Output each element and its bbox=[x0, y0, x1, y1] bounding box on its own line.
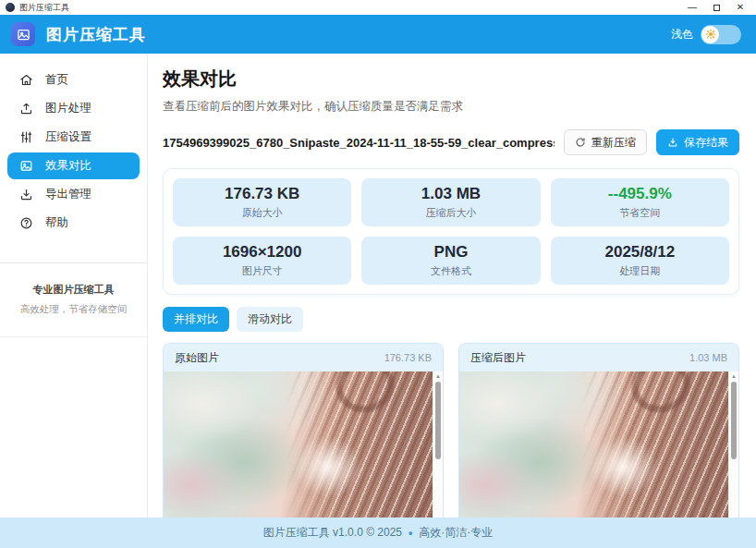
save-icon bbox=[667, 137, 678, 148]
recompress-label: 重新压缩 bbox=[591, 135, 636, 151]
maximize-icon bbox=[713, 5, 720, 11]
sidebar-item-label: 图片处理 bbox=[45, 101, 91, 116]
theme-toggle[interactable] bbox=[701, 25, 741, 44]
stat-dimensions: 1696×1200 图片尺寸 bbox=[173, 237, 351, 285]
panel-header: 压缩后图片 1.03 MB bbox=[459, 344, 738, 371]
compressed-image-view: ▲ bbox=[459, 371, 738, 518]
scroll-up-icon[interactable]: ▲ bbox=[433, 373, 443, 379]
original-image-view: ▲ bbox=[164, 371, 443, 518]
stat-original-size: 176.73 KB 原始大小 bbox=[173, 178, 351, 226]
sidebar-item-label: 导出管理 bbox=[45, 187, 91, 202]
sidebar-item-label: 首页 bbox=[45, 72, 68, 88]
sun-icon bbox=[701, 26, 719, 43]
sidebar-item-help[interactable]: 帮助 bbox=[7, 210, 140, 237]
sidebar-item-compression-settings[interactable]: 压缩设置 bbox=[7, 124, 140, 151]
home-icon bbox=[19, 73, 33, 87]
upload-icon bbox=[19, 102, 33, 116]
scroll-up-icon[interactable]: ▲ bbox=[729, 373, 738, 379]
save-result-button[interactable]: 保存结果 bbox=[656, 129, 739, 155]
stat-process-date: 2025/8/12 处理日期 bbox=[551, 237, 729, 285]
footer-bullet: • bbox=[408, 527, 412, 540]
footer-slogan: 高效·简洁·专业 bbox=[419, 525, 493, 541]
scrollbar-thumb[interactable] bbox=[435, 382, 441, 459]
sidebar-item-label: 帮助 bbox=[45, 215, 68, 231]
stat-value: 1.03 MB bbox=[421, 185, 481, 203]
page-title: 效果对比 bbox=[163, 67, 739, 91]
stat-value: 176.73 KB bbox=[225, 185, 299, 203]
stat-label: 节省空间 bbox=[619, 206, 660, 220]
panel-header: 原始图片 176.73 KB bbox=[164, 344, 443, 371]
stat-value: PNG bbox=[434, 243, 469, 262]
yarn-highlight bbox=[578, 427, 669, 507]
sidebar: 首页 图片处理 压缩设置 效果对比 导出管理 帮助 专业图片压缩工具 高效处理，… bbox=[0, 54, 148, 518]
sidebar-item-image-processing[interactable]: 图片处理 bbox=[7, 95, 140, 122]
recompress-button[interactable]: 重新压缩 bbox=[564, 129, 647, 155]
stat-label: 原始大小 bbox=[242, 206, 283, 220]
save-result-label: 保存结果 bbox=[684, 135, 728, 151]
tab-side-by-side[interactable]: 并排对比 bbox=[163, 307, 229, 332]
sidebar-item-label: 效果对比 bbox=[45, 158, 91, 174]
footer-version: 图片压缩工具 v1.0.0 © 2025 bbox=[263, 525, 402, 541]
page-subtitle: 查看压缩前后的图片效果对比，确认压缩质量是否满足需求 bbox=[163, 99, 739, 115]
refresh-icon bbox=[575, 137, 586, 148]
sliders-icon bbox=[19, 130, 33, 144]
sidebar-item-export-management[interactable]: 导出管理 bbox=[7, 181, 140, 208]
compare-mode-tabs: 并排对比 滑动对比 bbox=[163, 307, 739, 332]
app-title: 图片压缩工具 bbox=[46, 24, 146, 45]
compressed-image-panel: 压缩后图片 1.03 MB ▲ bbox=[458, 343, 739, 518]
stat-label: 压缩后大小 bbox=[425, 206, 476, 220]
image-icon bbox=[17, 28, 30, 42]
sidebar-item-home[interactable]: 首页 bbox=[7, 67, 140, 93]
app-header: 图片压缩工具 浅色 bbox=[0, 15, 756, 54]
yarn-highlight bbox=[282, 427, 373, 507]
sidebar-footer-subtitle: 高效处理，节省存储空间 bbox=[7, 303, 140, 316]
original-image-panel: 原始图片 176.73 KB ▲ bbox=[163, 343, 444, 518]
os-titlebar: 图片压缩工具 — ✕ bbox=[0, 0, 756, 15]
app-footer: 图片压缩工具 v1.0.0 © 2025 • 高效·简洁·专业 bbox=[0, 518, 756, 548]
main-content: 效果对比 查看压缩前后的图片效果对比，确认压缩质量是否满足需求 17549693… bbox=[148, 54, 756, 518]
panel-size: 1.03 MB bbox=[689, 352, 727, 363]
app-logo bbox=[11, 22, 35, 46]
panel-size: 176.73 KB bbox=[384, 352, 432, 363]
original-image bbox=[164, 371, 433, 518]
maximize-button[interactable] bbox=[704, 0, 728, 15]
stat-compressed-size: 1.03 MB 压缩后大小 bbox=[361, 178, 540, 226]
panel-title: 原始图片 bbox=[175, 350, 384, 366]
filename: 1754969399025_6780_Snipaste_2024-11-11_1… bbox=[163, 136, 555, 150]
sidebar-footer-title: 专业图片压缩工具 bbox=[7, 283, 140, 297]
stat-label: 文件格式 bbox=[431, 264, 471, 278]
sidebar-item-effect-comparison[interactable]: 效果对比 bbox=[7, 152, 140, 179]
image-scrollbar[interactable]: ▲ bbox=[728, 371, 738, 518]
compressed-image bbox=[459, 371, 728, 518]
theme-label: 浅色 bbox=[671, 27, 693, 43]
stat-label: 图片尺寸 bbox=[242, 264, 283, 278]
minimize-button[interactable]: — bbox=[680, 0, 704, 15]
help-icon bbox=[19, 216, 33, 230]
sidebar-divider bbox=[0, 262, 147, 263]
stat-value: 1696×1200 bbox=[223, 243, 302, 262]
stat-space-saved: --495.9% 节省空间 bbox=[551, 178, 729, 226]
sidebar-footer: 专业图片压缩工具 高效处理，节省存储空间 bbox=[0, 283, 147, 316]
scrollbar-thumb[interactable] bbox=[731, 382, 737, 459]
window-title: 图片压缩工具 bbox=[19, 2, 69, 14]
stat-value: --495.9% bbox=[608, 185, 672, 203]
app-window-icon bbox=[6, 3, 15, 12]
tab-slider-compare[interactable]: 滑动对比 bbox=[237, 307, 303, 332]
stat-file-format: PNG 文件格式 bbox=[361, 237, 540, 285]
panel-title: 压缩后图片 bbox=[470, 350, 689, 366]
compare-icon bbox=[19, 159, 33, 173]
stat-label: 处理日期 bbox=[619, 264, 660, 278]
close-button[interactable]: ✕ bbox=[728, 0, 752, 15]
sidebar-divider-bottom bbox=[0, 336, 147, 337]
stats-panel: 176.73 KB 原始大小 1.03 MB 压缩后大小 --495.9% 节省… bbox=[163, 168, 739, 295]
download-icon bbox=[19, 188, 33, 201]
stat-value: 2025/8/12 bbox=[605, 243, 676, 262]
sidebar-item-label: 压缩设置 bbox=[45, 129, 91, 145]
image-scrollbar[interactable]: ▲ bbox=[433, 371, 443, 518]
